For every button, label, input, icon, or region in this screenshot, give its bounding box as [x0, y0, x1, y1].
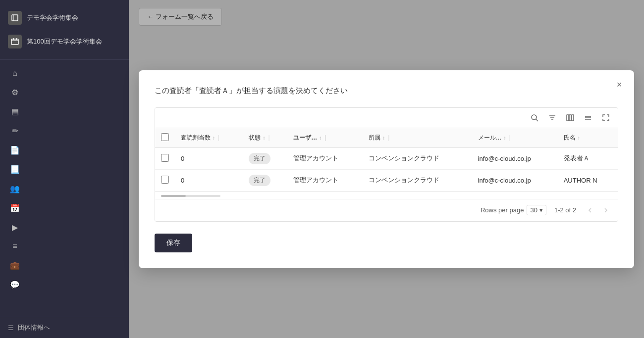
- cell-email: info@c-cloud.co.jp: [472, 169, 558, 191]
- main-content: ← フォーム一覧へ戻る × この査読者「査読者Ａ」が担当する演題を決めてください: [129, 0, 644, 338]
- col-checkbox: [155, 128, 175, 148]
- cell-name: AUTHOR N: [558, 169, 618, 191]
- status-badge: 完了: [249, 175, 270, 186]
- pagination: Rows per page 30 ▾ 1-2 of 2: [155, 199, 618, 221]
- bottom-label: 団体情報へ: [18, 323, 50, 332]
- briefcase-icon: 💼: [10, 261, 20, 270]
- rows-per-page-label: Rows per page: [481, 206, 524, 214]
- sort-icon-name: ↕: [578, 135, 580, 141]
- rows-per-page-value: 30: [530, 206, 537, 214]
- nav-briefcase[interactable]: 💼: [0, 256, 129, 275]
- chat-icon: 💬: [10, 280, 20, 290]
- columns-icon[interactable]: [564, 112, 576, 124]
- cell-username: 管理アカウント: [287, 169, 363, 191]
- col-sep-3: |: [324, 134, 326, 141]
- col-sep: |: [218, 134, 219, 141]
- add-doc-icon: 📄: [10, 145, 20, 155]
- table-row: 0 完了 管理アカウント コンベンションクラウド info@c-cloud.co…: [155, 169, 618, 191]
- table-row: 0 完了 管理アカウント コンベンションクラウド info@c-cloud.co…: [155, 147, 618, 169]
- svg-point-6: [532, 115, 537, 120]
- col-review-count: 査読割当数 ↕ |: [175, 128, 243, 148]
- sort-icon-affiliation: ↕: [382, 135, 385, 141]
- page-info: 1-2 of 2: [554, 206, 576, 214]
- search-icon[interactable]: [529, 112, 540, 124]
- svg-rect-11: [567, 115, 569, 121]
- svg-line-7: [536, 119, 538, 121]
- table-container: 査読割当数 ↕ | 状態 ↕ |: [155, 107, 618, 222]
- gear-icon: ⚙: [10, 88, 20, 97]
- nav-chat[interactable]: 💬: [0, 275, 129, 294]
- rows-per-page-select[interactable]: 30 ▾: [527, 205, 546, 215]
- cell-checkbox: [155, 169, 175, 191]
- cell-checkbox: [155, 147, 175, 169]
- lines-icon: ≡: [10, 242, 20, 251]
- user-edit-icon: ✏: [10, 126, 20, 136]
- calendar-icon: 📅: [10, 203, 20, 213]
- table-toolbar: [155, 108, 618, 128]
- nav-lines[interactable]: ≡: [0, 237, 129, 256]
- event-item[interactable]: 第100回デモ学会学術集会: [8, 30, 121, 53]
- page-nav: [584, 204, 612, 216]
- nav-user-edit[interactable]: ✏: [0, 121, 129, 141]
- select-all-checkbox[interactable]: [161, 133, 169, 141]
- sidebar: デモ学会学術集会 第100回デモ学会学術集会 ⌂ ⚙ ▤ ✏ 📄 📃 👥: [0, 0, 129, 338]
- nav-calendar[interactable]: 📅: [0, 198, 129, 218]
- people-icon: 👥: [10, 184, 20, 193]
- list-icon: ▤: [10, 107, 20, 116]
- nav-list[interactable]: ▤: [0, 102, 129, 121]
- col-sep-2: |: [268, 134, 269, 141]
- nav-play[interactable]: ▶: [0, 218, 129, 237]
- col-name: 氏名 ↕: [558, 128, 618, 148]
- menu-dots-icon[interactable]: [582, 112, 594, 124]
- cell-username: 管理アカウント: [287, 147, 363, 169]
- cell-status: 完了: [243, 169, 287, 191]
- document-icon: 📃: [10, 165, 20, 174]
- sidebar-bottom[interactable]: ☰ 団体情報へ: [0, 317, 129, 338]
- cell-review-count: 0: [175, 169, 243, 191]
- menu-icon: ☰: [8, 324, 14, 332]
- cell-affiliation: コンベンションクラウド: [363, 147, 472, 169]
- filter-icon[interactable]: [546, 112, 558, 124]
- org-icon: [8, 11, 22, 25]
- home-icon: ⌂: [10, 69, 20, 78]
- nav-people[interactable]: 👥: [0, 179, 129, 198]
- close-button[interactable]: ×: [612, 78, 626, 92]
- sidebar-nav: ⌂ ⚙ ▤ ✏ 📄 📃 👥 📅 ▶ ≡ 💼: [0, 60, 129, 317]
- event-name: 第100回デモ学会学術集会: [27, 37, 102, 46]
- sidebar-top: デモ学会学術集会 第100回デモ学会学術集会: [0, 0, 129, 60]
- col-username: ユーザ… ↕ |: [287, 128, 363, 148]
- svg-rect-13: [572, 115, 574, 121]
- modal: × この査読者「査読者Ａ」が担当する演題を決めてください: [139, 70, 634, 268]
- event-icon: [8, 35, 22, 48]
- cell-affiliation: コンベンションクラウド: [363, 169, 472, 191]
- sidebar-org-item[interactable]: デモ学会学術集会: [8, 6, 121, 30]
- row-checkbox-1[interactable]: [161, 176, 169, 184]
- col-status: 状態 ↕ |: [243, 128, 287, 148]
- col-email: メール… ↕ |: [472, 128, 558, 148]
- status-badge: 完了: [249, 153, 270, 164]
- chevron-down-icon: ▾: [539, 206, 543, 214]
- row-checkbox-0[interactable]: [161, 154, 169, 162]
- org-name: デモ学会学術集会: [27, 13, 78, 22]
- next-page-button[interactable]: [600, 204, 612, 216]
- play-icon: ▶: [10, 223, 20, 232]
- nav-settings[interactable]: ⚙: [0, 83, 129, 102]
- svg-rect-2: [11, 39, 18, 45]
- col-sep-5: |: [509, 134, 511, 141]
- svg-rect-12: [569, 115, 571, 121]
- col-sep-4: |: [388, 134, 389, 141]
- sort-icon-username: ↕: [319, 135, 322, 141]
- nav-document[interactable]: 📃: [0, 160, 129, 179]
- sort-icon-email: ↕: [504, 135, 506, 141]
- save-button[interactable]: 保存: [155, 234, 192, 252]
- data-table: 査読割当数 ↕ | 状態 ↕ |: [155, 128, 618, 192]
- cell-name: 発表者Ａ: [558, 147, 618, 169]
- expand-icon[interactable]: [600, 112, 612, 124]
- modal-title: この査読者「査読者Ａ」が担当する演題を決めてください: [155, 86, 618, 96]
- scroll-track[interactable]: [161, 195, 220, 197]
- nav-home[interactable]: ⌂: [0, 64, 129, 83]
- cell-review-count: 0: [175, 147, 243, 169]
- nav-add-doc[interactable]: 📄: [0, 141, 129, 160]
- prev-page-button[interactable]: [584, 204, 596, 216]
- sort-icon-review-count: ↕: [213, 135, 215, 141]
